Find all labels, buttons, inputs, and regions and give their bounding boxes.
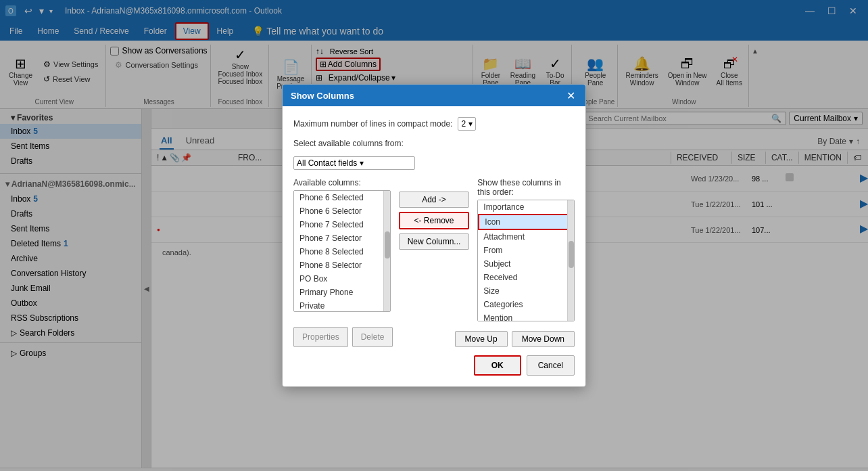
show-columns-modal: Show Columns ✕ Maximum number of lines i… — [282, 84, 586, 387]
show-columns-list[interactable]: Importance Icon Attachment From Subject … — [477, 200, 575, 321]
show-item-3[interactable]: From — [478, 244, 574, 257]
cancel-btn[interactable]: Cancel — [527, 355, 575, 376]
select-from-row: Select available columns from: — [293, 139, 575, 148]
show-item-6[interactable]: Size — [478, 284, 574, 298]
columns-area: Available columns: Phone 6 Selected Phon… — [293, 178, 575, 321]
modal-body: Maximum number of lines in compact mode:… — [283, 106, 585, 386]
max-lines-val: 2 — [461, 119, 466, 129]
select-from-dropdown-row: All Contact fields ▾ — [293, 156, 575, 170]
remove-btn[interactable]: <- Remove — [399, 212, 470, 229]
max-lines-caret: ▾ — [468, 119, 473, 129]
ok-btn[interactable]: OK — [474, 355, 521, 376]
props-delete-row: Properties Delete Move Up Move Down — [293, 327, 575, 347]
move-down-btn[interactable]: Move Down — [512, 331, 575, 347]
avail-item-3[interactable]: Phone 7 Selected — [294, 218, 390, 231]
select-from-dropdown[interactable]: All Contact fields ▾ — [293, 156, 415, 170]
show-scroll-thumb — [569, 241, 574, 268]
show-item-5[interactable]: Received — [478, 271, 574, 284]
avail-item-1[interactable]: Phone 6 Selected — [294, 191, 390, 204]
show-col-label: Show these columns in this order: — [477, 178, 575, 197]
available-col-label: Available columns: — [293, 178, 391, 187]
delete-btn[interactable]: Delete — [352, 327, 393, 347]
max-lines-label: Maximum number of lines in compact mode: — [293, 119, 452, 129]
show-item-1[interactable]: Icon — [478, 214, 574, 230]
move-btns: Move Up Move Down — [455, 331, 575, 347]
avail-item-7[interactable]: PO Box — [294, 272, 390, 286]
modal-title: Show Columns — [291, 91, 354, 101]
avail-item-6[interactable]: Phone 8 Selector — [294, 259, 390, 272]
select-from-label: Select available columns from: — [293, 139, 404, 148]
show-item-8[interactable]: Mention — [478, 311, 574, 321]
modal-title-bar: Show Columns ✕ — [283, 85, 585, 106]
show-item-7[interactable]: Categories — [478, 298, 574, 311]
show-item-0[interactable]: Importance — [478, 200, 574, 214]
new-column-btn[interactable]: New Column... — [399, 233, 470, 250]
avail-item-4[interactable]: Phone 7 Selector — [294, 231, 390, 245]
avail-scroll-thumb — [385, 231, 390, 259]
available-columns-list[interactable]: Phone 6 Selected Phone 6 Selector Phone … — [293, 190, 391, 312]
show-col-section: Show these columns in this order: Import… — [477, 178, 575, 321]
available-col-section: Available columns: Phone 6 Selected Phon… — [293, 178, 391, 321]
footer-btns: OK Cancel — [293, 355, 575, 376]
select-from-val: All Contact fields — [297, 158, 357, 168]
show-scrollbar[interactable] — [567, 200, 574, 321]
middle-btns: Add -> <- Remove New Column... — [399, 178, 470, 321]
add-btn[interactable]: Add -> — [399, 192, 470, 208]
show-item-2[interactable]: Attachment — [478, 230, 574, 244]
modal-overlay: Show Columns ✕ Maximum number of lines i… — [0, 0, 868, 471]
avail-item-2[interactable]: Phone 6 Selector — [294, 204, 390, 218]
avail-item-8[interactable]: Primary Phone — [294, 286, 390, 299]
properties-btn[interactable]: Properties — [293, 327, 348, 347]
modal-close-btn[interactable]: ✕ — [564, 89, 577, 102]
avail-item-5[interactable]: Phone 8 Selected — [294, 245, 390, 259]
avail-item-9[interactable]: Private — [294, 299, 390, 312]
move-up-btn[interactable]: Move Up — [455, 331, 508, 347]
max-lines-select[interactable]: 2 ▾ — [458, 117, 476, 131]
max-lines-row: Maximum number of lines in compact mode:… — [293, 117, 575, 131]
select-from-caret: ▾ — [360, 158, 364, 168]
avail-scrollbar[interactable] — [383, 191, 390, 311]
show-item-4[interactable]: Subject — [478, 257, 574, 271]
